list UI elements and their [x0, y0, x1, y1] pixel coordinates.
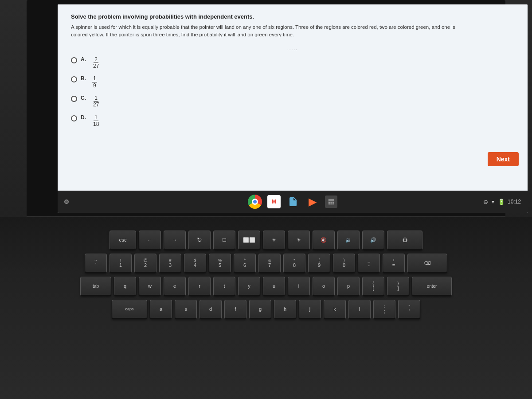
0-key[interactable]: )0: [333, 254, 355, 273]
svg-rect-1: [329, 199, 334, 201]
brightness-up-key[interactable]: ☀: [288, 231, 310, 250]
option-a-denominator: 27: [92, 63, 100, 69]
option-a-label: A.: [81, 56, 89, 63]
taskbar-indicator: [64, 200, 69, 204]
4-key[interactable]: $4: [184, 254, 206, 273]
keyboard: esc ← → ↻ ☐ ⬜⬜ ☀ ☀ 🔇 🔉 🔊 ⏻ ~` !1 @2 #3 $…: [66, 231, 466, 323]
svg-rect-7: [332, 203, 334, 204]
window-key[interactable]: ⬜⬜: [238, 231, 260, 250]
option-a-numerator: 2: [94, 56, 98, 63]
vol-down-key[interactable]: 🔉: [337, 231, 360, 250]
answer-options: A. 2 27 B. 1 9: [71, 56, 514, 128]
option-c-row[interactable]: C. 1 27: [71, 95, 514, 108]
quote-key[interactable]: "': [398, 300, 420, 319]
i-key[interactable]: i: [288, 277, 310, 296]
keyboard-area: acer esc ← → ↻ ☐ ⬜⬜ ☀ ☀ 🔇 🔉 🔊 ⏻ ~`: [0, 217, 532, 399]
enter-key[interactable]: enter: [412, 277, 452, 296]
fullscreen-key[interactable]: ☐: [213, 231, 235, 250]
option-c-fraction: 1 27: [92, 95, 100, 108]
d-key[interactable]: d: [200, 300, 222, 319]
question-body: A spinner is used for which it is equall…: [71, 23, 470, 39]
option-d-radio[interactable]: [71, 115, 77, 121]
brightness-down-key[interactable]: ☀: [263, 231, 285, 250]
svg-rect-4: [332, 202, 334, 203]
o-key[interactable]: o: [313, 277, 335, 296]
gmail-icon[interactable]: M: [267, 195, 281, 208]
forward-key[interactable]: →: [164, 231, 186, 250]
option-a-radio[interactable]: [71, 57, 77, 63]
bracket-open-key[interactable]: {[: [362, 277, 384, 296]
svg-rect-6: [331, 203, 332, 204]
laptop-body: Solve the problem involving probabilitie…: [0, 0, 532, 399]
s-key[interactable]: s: [175, 300, 197, 319]
1-key[interactable]: !1: [110, 254, 132, 273]
caps-lock-key[interactable]: caps: [112, 300, 147, 319]
8-key[interactable]: *8: [283, 254, 305, 273]
h-key[interactable]: h: [274, 300, 296, 319]
option-b-label: B.: [81, 75, 89, 82]
option-d-fraction: 1 18: [92, 114, 100, 128]
qwerty-key-row: tab q w e r t y u i o p {[ }] enter: [66, 277, 466, 296]
files-icon[interactable]: [286, 195, 300, 209]
power-key[interactable]: ⏻: [387, 231, 422, 250]
calculator-icon[interactable]: [325, 196, 337, 208]
9-key[interactable]: (9: [308, 254, 330, 273]
backspace-key[interactable]: ⌫: [407, 254, 447, 273]
7-key[interactable]: &7: [258, 254, 281, 273]
tab-key[interactable]: tab: [80, 277, 111, 296]
j-key[interactable]: j: [299, 300, 321, 319]
dropdown-icon: ▼: [491, 200, 495, 204]
y-key[interactable]: y: [238, 277, 260, 296]
3-key[interactable]: #3: [159, 254, 181, 273]
option-b-denominator: 9: [92, 82, 97, 89]
t-key[interactable]: t: [213, 277, 235, 296]
option-c-denominator: 27: [92, 102, 100, 108]
back-key[interactable]: ←: [139, 231, 161, 250]
2-key[interactable]: @2: [134, 254, 156, 273]
minus-key[interactable]: _-: [358, 254, 380, 273]
g-key[interactable]: g: [249, 300, 271, 319]
screen-bezel: Solve the problem involving probabilitie…: [27, 0, 505, 217]
clock: 10:12: [508, 199, 521, 205]
taskbar-left: [64, 200, 69, 204]
number-key-row: ~` !1 @2 #3 $4 %5 ^6 &7 *8 (9 )0 _- += ⌫: [66, 254, 466, 273]
question-title: Solve the problem involving probabilitie…: [71, 13, 514, 20]
r-key[interactable]: r: [188, 277, 211, 296]
p-key[interactable]: p: [337, 277, 360, 296]
5-key[interactable]: %5: [209, 254, 231, 273]
bracket-close-key[interactable]: }]: [387, 277, 409, 296]
q-key[interactable]: q: [114, 277, 136, 296]
equals-key[interactable]: +=: [383, 254, 405, 273]
svg-rect-5: [329, 203, 330, 204]
option-c-radio[interactable]: [71, 96, 77, 102]
taskbar: M ▶ ⊖ ▼: [58, 191, 528, 213]
vol-up-key[interactable]: 🔊: [362, 231, 384, 250]
backtick-key[interactable]: ~`: [85, 254, 107, 273]
mute-key[interactable]: 🔇: [313, 231, 335, 250]
option-b-radio[interactable]: [71, 76, 77, 82]
screen: Solve the problem involving probabilitie…: [58, 4, 528, 213]
option-d-row[interactable]: D. 1 18: [71, 114, 514, 128]
w-key[interactable]: w: [139, 277, 161, 296]
svg-rect-3: [331, 202, 332, 203]
l-key[interactable]: l: [348, 300, 371, 319]
battery-icon: 🔋: [498, 199, 505, 205]
u-key[interactable]: u: [263, 277, 285, 296]
chrome-icon[interactable]: [248, 195, 262, 209]
wifi-icon: ⊖: [483, 199, 488, 205]
option-b-row[interactable]: B. 1 9: [71, 75, 514, 89]
6-key[interactable]: ^6: [234, 254, 256, 273]
esc-key[interactable]: esc: [110, 231, 136, 250]
e-key[interactable]: e: [164, 277, 186, 296]
semicolon-key[interactable]: :;: [373, 300, 395, 319]
option-a-row[interactable]: A. 2 27: [71, 56, 514, 70]
refresh-key[interactable]: ↻: [188, 231, 211, 250]
browser-content: Solve the problem involving probabilitie…: [58, 4, 528, 191]
f-key[interactable]: f: [224, 300, 246, 319]
k-key[interactable]: k: [324, 300, 346, 319]
next-button[interactable]: Next: [488, 152, 519, 166]
option-d-denominator: 18: [92, 121, 100, 127]
function-key-row: esc ← → ↻ ☐ ⬜⬜ ☀ ☀ 🔇 🔉 🔊 ⏻: [66, 231, 466, 250]
a-key[interactable]: a: [150, 300, 172, 319]
play-icon[interactable]: ▶: [305, 195, 320, 209]
